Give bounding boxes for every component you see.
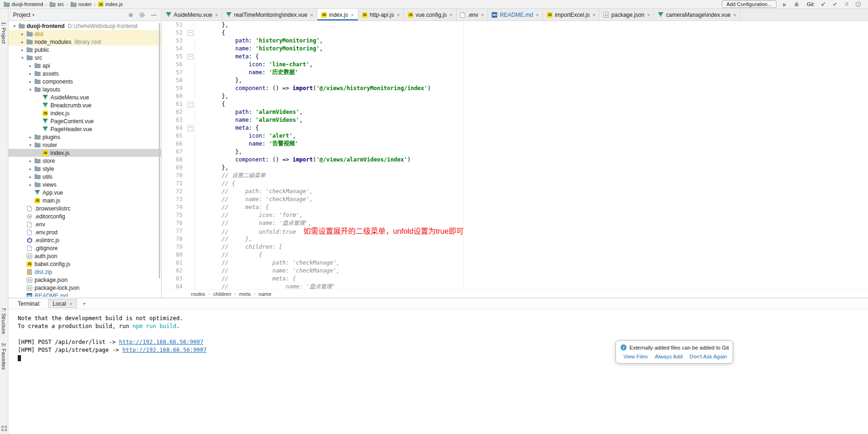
terminal-link[interactable]: http://192.168.66.56:9007: [122, 347, 207, 353]
chevron-collapsed-icon[interactable]: ▸: [27, 71, 34, 76]
tree-item-asidemenu-vue[interactable]: AsideMenu.vue: [8, 93, 161, 101]
close-icon[interactable]: ×: [351, 12, 353, 18]
chevron-collapsed-icon[interactable]: ▸: [27, 63, 34, 68]
tree-item-node-modules[interactable]: ▸node_moduleslibrary root: [8, 38, 161, 46]
tree-item-browserslistrc[interactable]: .browserslistrc: [8, 204, 161, 212]
tree-item-style[interactable]: ▸style: [8, 165, 161, 173]
chevron-collapsed-icon[interactable]: ▸: [19, 32, 26, 36]
tree-item-plugins[interactable]: ▸plugins: [8, 133, 161, 141]
close-icon[interactable]: ×: [536, 12, 539, 18]
tree-item-duoji-frontend[interactable]: ▾duoji-frontendD:\zheheWeb\duoji-fronten…: [8, 22, 161, 30]
chevron-collapsed-icon[interactable]: ▸: [27, 79, 34, 84]
terminal-output[interactable]: Note that the development build is not o…: [8, 309, 868, 434]
close-icon[interactable]: ×: [69, 301, 72, 307]
tree-item-store[interactable]: ▸store: [8, 157, 161, 165]
project-panel-title[interactable]: Project: [13, 12, 30, 18]
history-icon[interactable]: [855, 1, 861, 7]
tree-item-views[interactable]: ▸views: [8, 181, 161, 189]
fold-icon[interactable]: [183, 53, 195, 61]
close-icon[interactable]: ×: [593, 12, 595, 18]
notification-action-don-t-ask-again[interactable]: Don't Ask Again: [690, 354, 727, 359]
new-terminal-icon[interactable]: +: [83, 300, 86, 307]
close-icon[interactable]: ×: [310, 12, 313, 18]
tree-item-api[interactable]: ▸api: [8, 62, 161, 70]
add-configuration-button[interactable]: Add Configuration...: [722, 0, 776, 8]
stripe-project-button[interactable]: 1: Project: [1, 22, 7, 43]
code-breadcrumb-routes[interactable]: routes: [191, 291, 205, 297]
stripe-toggle-icon[interactable]: [1, 426, 7, 433]
chevron-collapsed-icon[interactable]: ▸: [19, 40, 26, 44]
tree-item-editorconfig[interactable]: .editorconfig: [8, 212, 161, 220]
git-revert-icon[interactable]: ↺: [843, 1, 850, 7]
git-commit-icon[interactable]: ✔: [832, 1, 838, 7]
code-breadcrumb-meta[interactable]: meta: [239, 291, 250, 297]
chevron-collapsed-icon[interactable]: ▸: [27, 182, 34, 187]
git-update-icon[interactable]: [820, 1, 826, 7]
close-icon[interactable]: ×: [734, 12, 736, 18]
tree-item-dist-zip[interactable]: dist.zip: [8, 268, 161, 276]
tree-scrollbar[interactable]: [159, 23, 160, 279]
chevron-down-icon[interactable]: ▾: [32, 13, 35, 17]
editor-tab-vue-config-js[interactable]: JSvue.config.js×: [404, 9, 457, 21]
notification-action-view-files[interactable]: View Files: [623, 354, 648, 359]
tree-item-package-lock-json[interactable]: { }package-lock.json: [8, 284, 161, 292]
close-icon[interactable]: ×: [647, 12, 650, 18]
tree-item-eslintrc-js[interactable]: .eslintrc.js: [8, 236, 161, 244]
code-editor[interactable]: 51 },52 {53 path: 'historyMonitoring',54…: [162, 21, 868, 289]
editor-tab-importexcel-js[interactable]: JSimportExcel.js×: [543, 9, 600, 21]
close-icon[interactable]: ×: [481, 12, 484, 18]
run-icon[interactable]: ▶: [782, 1, 788, 7]
tree-item-pageheader-vue[interactable]: PageHeader.vue: [8, 125, 161, 133]
breadcrumb-item-router[interactable]: router: [71, 1, 92, 7]
tree-item-src[interactable]: ▾src: [8, 54, 161, 62]
breadcrumb-item-duoji-frontend[interactable]: duoji-frontend: [4, 1, 43, 7]
tree-item-pagecontent-vue[interactable]: PageContent.vue: [8, 117, 161, 125]
chevron-collapsed-icon[interactable]: ▸: [27, 175, 34, 179]
locate-file-icon[interactable]: ⊕: [128, 12, 133, 18]
editor-tab-http-api-js[interactable]: JShttp-api.js×: [358, 9, 404, 21]
editor-tab-cameramanage-index-vue[interactable]: cameraManage\index.vue×: [654, 9, 741, 21]
settings-gear-icon[interactable]: [139, 12, 145, 18]
editor-tab-env[interactable]: .env×: [457, 9, 488, 21]
tree-item-env-prod[interactable]: .env.prod: [8, 228, 161, 236]
fold-icon[interactable]: [183, 100, 195, 108]
tree-item-public[interactable]: ▸public: [8, 46, 161, 54]
debug-icon[interactable]: [793, 1, 800, 7]
editor-tab-readme-md[interactable]: MDREADME.md×: [488, 9, 543, 21]
close-icon[interactable]: ×: [215, 12, 218, 18]
tree-item-dist[interactable]: ▸dist: [8, 30, 161, 38]
fold-icon[interactable]: [183, 124, 195, 132]
chevron-expanded-icon[interactable]: ▾: [19, 56, 26, 60]
code-breadcrumb-children[interactable]: children: [213, 291, 232, 297]
breadcrumb-item-src[interactable]: src: [49, 1, 64, 7]
editor-tab-index-js[interactable]: JSindex.js×: [318, 9, 358, 21]
terminal-tab-local[interactable]: Local ×: [48, 299, 77, 308]
hide-panel-icon[interactable]: —: [151, 12, 156, 18]
editor-tab-realtimemonitoring-index-vue[interactable]: realTimeMonitoring\index.vue×: [222, 9, 317, 21]
tree-item-main-js[interactable]: JSmain.js: [8, 196, 161, 204]
tree-item-router[interactable]: ▾router: [8, 141, 161, 149]
chevron-expanded-icon[interactable]: ▾: [27, 143, 34, 147]
notification-action-always-add[interactable]: Always Add: [655, 354, 682, 359]
fold-icon[interactable]: [183, 29, 195, 37]
editor-tab-asidemenu-vue[interactable]: AsideMenu.vue×: [162, 9, 222, 21]
chevron-expanded-icon[interactable]: ▾: [27, 87, 34, 92]
chevron-collapsed-icon[interactable]: ▸: [19, 48, 26, 52]
tree-item-app-vue[interactable]: App.vue: [8, 189, 161, 196]
tree-item-env[interactable]: .env: [8, 220, 161, 228]
stripe-favorites-button[interactable]: 2: Favorites: [1, 343, 7, 370]
tree-item-readme-md[interactable]: MDREADME.md: [8, 292, 161, 297]
stripe-structure-button[interactable]: 7: Structure: [1, 308, 7, 334]
tree-item-babel-config-js[interactable]: JSbabel.config.js: [8, 260, 161, 268]
tree-item-gitignore[interactable]: .gitignore: [8, 244, 161, 252]
chevron-collapsed-icon[interactable]: ▸: [27, 167, 34, 171]
tree-item-package-json[interactable]: { }package.json: [8, 276, 161, 284]
tree-item-auth-json[interactable]: { }auth.json: [8, 252, 161, 260]
tree-item-index-js[interactable]: JSindex.js: [8, 149, 161, 157]
tree-item-utils[interactable]: ▸utils: [8, 173, 161, 181]
close-icon[interactable]: ×: [450, 12, 452, 18]
chevron-collapsed-icon[interactable]: ▸: [27, 159, 34, 163]
tree-item-breadcrumb-vue[interactable]: Breadcrumb.vue: [8, 101, 161, 109]
code-breadcrumb-name[interactable]: name: [259, 291, 272, 297]
close-icon[interactable]: ×: [397, 12, 400, 18]
